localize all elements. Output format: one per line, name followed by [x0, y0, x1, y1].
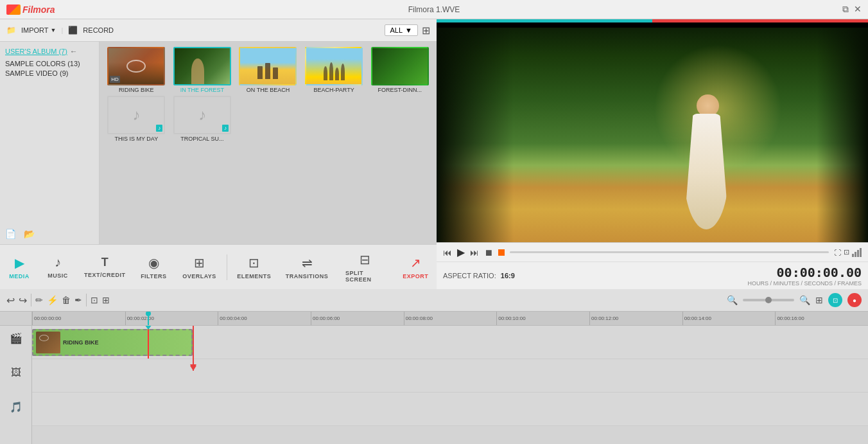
tool-transitions[interactable]: ⇌ TRANSITIONS	[279, 250, 335, 285]
media-grid: HD RIDING BIKE IN THE FOREST	[100, 42, 437, 244]
motion-button[interactable]: ⊞	[102, 295, 110, 305]
vol-bar-1	[852, 254, 854, 257]
filters-tool-icon: ◉	[148, 255, 159, 271]
volume-control[interactable]	[852, 248, 862, 257]
skip-back-button[interactable]: ⏮	[443, 247, 452, 258]
left-section: 📁 IMPORT ▼ | ⬛ RECORD ALL ▼	[0, 19, 437, 289]
music-tool-icon: ♪	[55, 255, 61, 270]
right-controls: ⛶ ⊡	[834, 248, 862, 257]
media-thumb-tropical-su[interactable]: ♪ ♪	[173, 96, 231, 134]
record-timeline-button[interactable]: ●	[847, 293, 862, 307]
media-item-forest-dinner[interactable]: FOREST-DINN...	[368, 47, 431, 93]
sample-colors-item[interactable]: SAMPLE COLORS (13)	[5, 60, 94, 67]
window-controls: ⧉ ✕	[842, 4, 862, 15]
zoom-slider[interactable]	[743, 299, 794, 301]
media-item-on-the-beach[interactable]: ON THE BEACH	[236, 47, 300, 93]
logo-icon	[6, 4, 21, 15]
pen-button[interactable]: ✒	[74, 295, 82, 305]
edit-button[interactable]: ✏	[35, 295, 43, 305]
media-label: FOREST-DINN...	[378, 87, 422, 93]
tool-elements[interactable]: ⊡ ELEMENTS	[229, 250, 279, 285]
toolbar-divider-1	[31, 294, 31, 306]
record-label: RECORD	[83, 26, 114, 34]
clip-thumbnail	[36, 332, 60, 353]
video-clip[interactable]: RIDING BIKE	[32, 329, 193, 356]
tool-text[interactable]: T TEXT/CREDIT	[77, 251, 132, 283]
back-button[interactable]: ←	[70, 47, 78, 56]
undo-button[interactable]: ↩	[6, 294, 15, 306]
users-album-link[interactable]: USER'S ALBUM (7)	[5, 48, 67, 55]
app: Filmora Filmora 1.WVE ⧉ ✕ 📁 IMPORT ▼ |	[0, 0, 868, 444]
track-content: RIDING BIKE	[32, 326, 868, 444]
media-label: ON THE BEACH	[247, 87, 290, 93]
toolbar-divider-2	[86, 294, 87, 306]
media-thumb-beach-party[interactable]	[305, 47, 363, 85]
tool-overlays[interactable]: ⊞ OVERLAYS	[175, 250, 223, 285]
ruler-marks: 00:00:00:00 00:00:02:00 00:00:04:00 00:0…	[32, 312, 868, 325]
split-screen-tool-icon: ⊟	[360, 252, 370, 267]
delete-button[interactable]: 🗑	[62, 295, 71, 305]
media-item-tropical-su[interactable]: ♪ ♪ TROPICAL SU...	[171, 96, 234, 142]
split-button[interactable]: ⚡	[47, 295, 58, 305]
media-thumb-this-is-my-day[interactable]: ♪ ♪	[107, 96, 165, 134]
media-item-riding-bike[interactable]: HD RIDING BIKE	[105, 47, 168, 93]
progress-bar[interactable]	[510, 251, 829, 253]
media-item-this-is-my-day[interactable]: ♪ ♪ THIS IS MY DAY	[105, 96, 168, 142]
text-tool-label: TEXT/CREDIT	[84, 272, 126, 278]
restore-button[interactable]: ⧉	[842, 4, 849, 15]
tool-media[interactable]: ▶ MEDIA	[0, 250, 39, 285]
import-button[interactable]: IMPORT ▼	[21, 26, 56, 34]
media-thumb-forest-dinner[interactable]	[371, 47, 429, 85]
aspect-ratio-label: ASPECT RATIO:	[443, 272, 496, 280]
image-track-row	[32, 359, 868, 393]
media-thumb-in-the-forest[interactable]	[173, 47, 231, 85]
record-button[interactable]: RECORD	[83, 26, 114, 34]
media-item-in-the-forest[interactable]: IN THE FOREST	[171, 47, 234, 93]
filter-dropdown[interactable]: ALL ▼	[385, 24, 418, 36]
close-button[interactable]: ✕	[854, 4, 862, 15]
fullscreen-button[interactable]: ⛶	[834, 249, 841, 256]
tool-split-screen[interactable]: ⊟ SPLIT SCREEN	[335, 247, 394, 288]
tools-toolbar: ▶ MEDIA ♪ MUSIC T TEXT/CREDIT ◉ FILTERS …	[0, 244, 437, 289]
sidebar-panel: USER'S ALBUM (7) ← SAMPLE COLORS (13) SA…	[0, 42, 100, 244]
timecode-unit: HOURS / MINUTES / SECONDS / FRAMES	[747, 280, 862, 287]
logo-text: Filmora	[22, 4, 55, 15]
zoom-out-button[interactable]: 🔍	[727, 295, 738, 305]
timeline-section: ↩ ↪ ✏ ⚡ 🗑 ✒ ⊡ ⊞ 🔍 🔍 ⊞ ⊡ ●	[0, 289, 868, 444]
import-media-icon[interactable]: 📂	[24, 229, 35, 239]
stop-button[interactable]: ⏹	[484, 247, 493, 258]
zoom-in-button[interactable]: 🔍	[799, 295, 810, 305]
video-tree-right	[817, 22, 868, 242]
media-label: THIS IS MY DAY	[114, 136, 158, 142]
video-person	[674, 94, 738, 242]
fit-button[interactable]: ⊞	[815, 295, 823, 305]
redo-button[interactable]: ↪	[19, 294, 27, 306]
grid-view-button[interactable]: ⊞	[422, 24, 430, 37]
scene-button[interactable]: ⊡	[91, 295, 98, 305]
snap-button[interactable]: ⊡	[828, 293, 842, 307]
timeline-right-controls: 🔍 🔍 ⊞ ⊡ ●	[727, 293, 862, 307]
skip-forward-button[interactable]: ⏭	[470, 247, 479, 258]
person-head	[697, 94, 719, 117]
media-thumb-on-the-beach[interactable]	[239, 47, 297, 85]
tool-export[interactable]: ↗ EXPORT	[394, 250, 437, 285]
video-track-row: RIDING BIKE	[32, 326, 868, 359]
media-thumb-riding-bike[interactable]: HD	[107, 47, 165, 85]
drop-indicator-line	[193, 326, 194, 371]
timecode-value: 00:00:00.00	[747, 265, 862, 280]
add-media-icon[interactable]: 📄	[5, 229, 16, 239]
tool-music[interactable]: ♪ MUSIC	[39, 250, 77, 284]
audio-corner-badge: ♪	[222, 125, 229, 132]
record-icon: ⬛	[68, 26, 78, 35]
tool-filters[interactable]: ◉ FILTERS	[132, 250, 175, 285]
elements-tool-icon: ⊡	[248, 255, 259, 271]
drop-indicator-bottom	[190, 366, 196, 371]
overlays-tool-icon: ⊞	[194, 255, 205, 271]
play-button[interactable]: ▶	[457, 246, 465, 258]
media-label: TROPICAL SU...	[180, 136, 223, 142]
media-item-beach-party[interactable]: BEACH-PARTY	[302, 47, 366, 93]
video-track-icon: 🎬	[10, 332, 22, 344]
filter-dropdown-icon: ▼	[405, 26, 412, 34]
pip-button[interactable]: ⊡	[844, 248, 849, 256]
sample-video-item[interactable]: SAMPLE VIDEO (9)	[5, 69, 94, 77]
